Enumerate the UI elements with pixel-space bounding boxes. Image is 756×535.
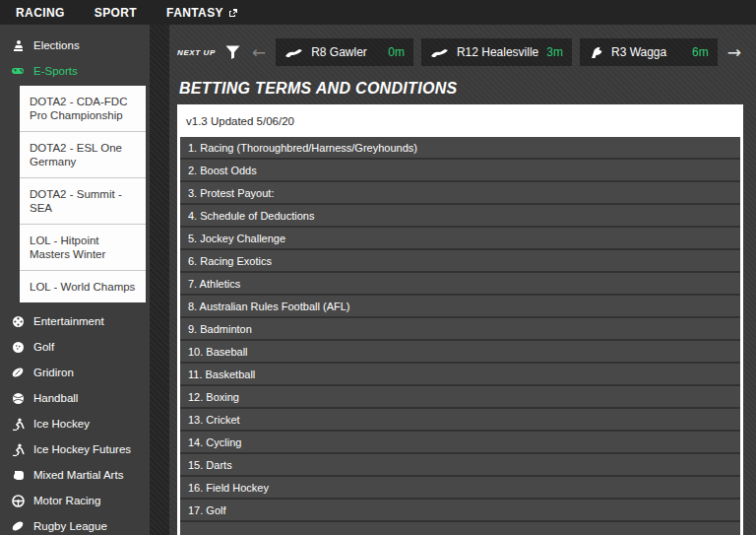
accordion-row-badminton[interactable]: 9. Badminton <box>180 318 740 341</box>
race-time: 3m <box>546 45 563 59</box>
accordion-row-schedule-of-deductions[interactable]: 4. Schedule of Deductions <box>180 205 740 228</box>
accordion-row-athletics[interactable]: 7. Athletics <box>180 273 740 296</box>
accordion-row-racing[interactable]: 1. Racing (Thoroughbred/Harness/Greyhoun… <box>180 137 740 160</box>
top-nav: RACING SPORT FANTASY <box>0 0 756 25</box>
accordion-row-jockey-challenge[interactable]: 5. Jockey Challenge <box>180 228 740 250</box>
accordion-row-cycling[interactable]: 14. Cycling <box>180 432 740 454</box>
rugby-ball-icon <box>11 519 25 533</box>
race-time: 0m <box>388 45 405 59</box>
submenu-item-dota2-cda-fdc[interactable]: DOTA2 - CDA-FDC Pro Championship <box>20 86 146 132</box>
next-races-arrow-icon[interactable]: → <box>725 44 743 61</box>
accordion-row-cricket[interactable]: 13. Cricket <box>180 409 740 432</box>
version-line: v1.3 Updated 5/06/20 <box>180 104 740 137</box>
external-link-icon <box>228 8 238 18</box>
gridiron-icon <box>11 366 25 379</box>
nav-racing-label: RACING <box>16 6 65 20</box>
sidebar-item-label: E-Sports <box>33 65 78 77</box>
accordion-row-darts[interactable]: 15. Darts <box>180 454 740 477</box>
race-chip-r8-gawler[interactable]: R8 Gawler 0m <box>276 38 413 66</box>
accordion-row-basketball[interactable]: 11. Basketball <box>180 364 740 386</box>
race-time: 6m <box>692 45 709 59</box>
next-up-bar: NEXT UP ← R8 Gawler 0m R12 Healesville 3… <box>177 38 743 66</box>
page-title: BETTING TERMS AND CONDITIONS <box>179 80 743 98</box>
sidebar-main-divider <box>150 25 169 535</box>
main-content: NEXT UP ← R8 Gawler 0m R12 Healesville 3… <box>169 25 756 535</box>
filter-icon[interactable] <box>223 45 242 59</box>
sidebar-item-handball[interactable]: Handball <box>0 385 150 411</box>
golf-icon <box>11 340 25 354</box>
submenu-item-lol-hitpoint[interactable]: LOL - Hitpoint Masters Winter <box>20 225 146 271</box>
mma-glove-icon <box>11 468 25 482</box>
nav-sport[interactable]: SPORT <box>94 6 137 20</box>
terms-panel: v1.3 Updated 5/06/20 1. Racing (Thorough… <box>177 104 743 535</box>
sidebar-item-elections[interactable]: Elections <box>0 33 150 58</box>
steering-wheel-icon <box>11 494 25 507</box>
race-chip-r12-healesville[interactable]: R12 Healesville 3m <box>421 38 572 66</box>
sidebar-item-label: Handball <box>33 392 78 404</box>
sidebar-item-entertainment[interactable]: Entertainment <box>0 308 150 334</box>
sidebar-item-ice-hockey-futures[interactable]: Ice Hockey Futures <box>0 436 150 462</box>
sidebar-item-label: Elections <box>33 39 80 51</box>
greyhound-icon <box>430 46 449 58</box>
submenu-item-dota2-esl-one[interactable]: DOTA2 - ESL One Germany <box>20 132 146 178</box>
submenu-item-dota2-summit-sea[interactable]: DOTA2 - Summit - SEA <box>20 178 146 225</box>
accordion-row-protest-payout[interactable]: 3. Protest Payout: <box>180 182 740 205</box>
sidebar-item-label: Ice Hockey Futures <box>33 443 131 455</box>
handball-icon <box>11 391 25 405</box>
sidebar-item-label: Gridiron <box>33 367 74 378</box>
sidebar-item-rugby-league[interactable]: Rugby League <box>0 513 150 535</box>
sidebar-item-label: Mixed Martial Arts <box>33 469 123 481</box>
accordion-row-racing-exotics[interactable]: 6. Racing Exotics <box>180 250 740 273</box>
nav-sport-label: SPORT <box>94 6 137 20</box>
ice-hockey-icon <box>11 417 25 431</box>
nav-racing[interactable]: RACING <box>16 6 65 20</box>
prev-races-arrow-icon[interactable]: ← <box>250 44 268 61</box>
entertainment-icon <box>11 314 25 328</box>
sidebar: Elections E-Sports DOTA2 - CDA-FDC Pro C… <box>0 25 150 535</box>
accordion-row-field-hockey[interactable]: 16. Field Hockey <box>180 477 740 500</box>
race-chip-r3-wagga[interactable]: R3 Wagga 6m <box>580 38 718 66</box>
sidebar-item-motor-racing[interactable]: Motor Racing <box>0 488 150 513</box>
sidebar-item-label: Golf <box>33 341 54 353</box>
accordion-row-afl[interactable]: 8. Australian Rules Football (AFL) <box>180 296 740 318</box>
next-up-label: NEXT UP <box>177 48 216 57</box>
sidebar-item-gridiron[interactable]: Gridiron <box>0 360 150 385</box>
esports-icon <box>11 64 25 78</box>
nav-fantasy-label: FANTASY <box>166 6 223 20</box>
sidebar-item-mixed-martial-arts[interactable]: Mixed Martial Arts <box>0 462 150 488</box>
nav-fantasy[interactable]: FANTASY <box>166 6 238 20</box>
greyhound-icon <box>284 46 303 58</box>
elections-icon <box>11 38 25 52</box>
ice-hockey-icon <box>11 442 25 456</box>
accordion-row-boxing[interactable]: 12. Boxing <box>180 386 740 409</box>
race-name: R3 Wagga <box>611 45 684 59</box>
accordion-row-partial[interactable] <box>180 522 740 535</box>
esports-submenu: DOTA2 - CDA-FDC Pro Championship DOTA2 -… <box>20 86 146 302</box>
sidebar-item-golf[interactable]: Golf <box>0 334 150 360</box>
sidebar-item-label: Motor Racing <box>33 495 100 506</box>
submenu-item-lol-world-champs[interactable]: LOL - World Champs <box>20 271 146 302</box>
accordion-row-golf[interactable]: 17. Golf <box>180 500 740 522</box>
accordion-row-boost-odds[interactable]: 2. Boost Odds <box>180 160 740 182</box>
sidebar-item-esports[interactable]: E-Sports <box>0 58 150 84</box>
accordion-row-baseball[interactable]: 10. Baseball <box>180 341 740 364</box>
horse-icon <box>589 45 603 59</box>
sidebar-item-label: Rugby League <box>33 520 107 532</box>
race-name: R12 Healesville <box>457 45 538 59</box>
race-name: R8 Gawler <box>311 45 380 59</box>
sidebar-item-label: Ice Hockey <box>33 418 90 430</box>
sidebar-item-ice-hockey[interactable]: Ice Hockey <box>0 411 150 436</box>
sidebar-item-label: Entertainment <box>33 315 104 327</box>
